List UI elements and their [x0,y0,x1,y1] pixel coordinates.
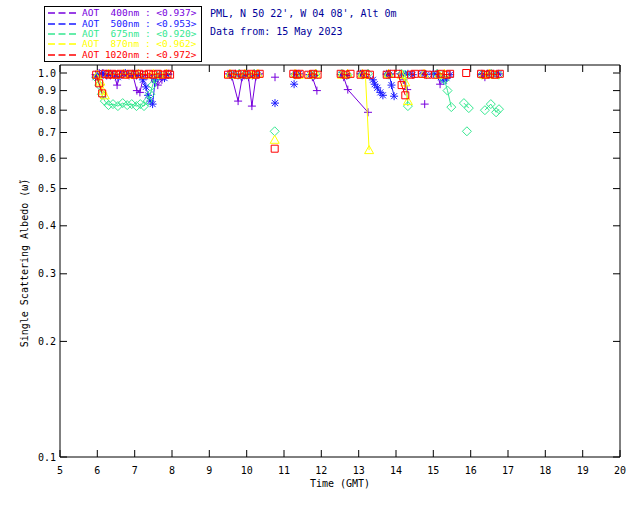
plot-svg: 5678910111213141516171819201.00.90.80.70… [0,0,640,512]
legend-dash-line [48,41,78,47]
plot-area: 5678910111213141516171819201.00.90.80.70… [0,0,640,512]
x-tick-label: 8 [169,465,175,476]
x-tick-label: 14 [390,465,402,476]
legend-dash-line [48,21,78,27]
x-tick-label: 11 [278,465,290,476]
x-tick-label: 13 [353,465,365,476]
y-tick-label: 0.7 [38,127,56,138]
x-tick-label: 9 [206,465,212,476]
x-tick-label: 18 [539,465,551,476]
x-tick-label: 16 [465,465,477,476]
y-tick-label: 0.9 [38,85,56,96]
data-date: Data from: 15 May 2023 [210,23,397,41]
x-tick-label: 12 [315,465,327,476]
y-tick-label: 0.6 [38,153,56,164]
y-tick-label: 1.0 [38,68,56,79]
legend-box: AOT 400nm : <0.937>AOT 500nm : <0.953>AO… [44,6,202,62]
y-tick-label: 0.1 [38,452,56,463]
legend-dash-line [48,10,78,16]
y-tick-label: 0.8 [38,105,56,116]
plot-window: AOT 400nm : <0.937>AOT 500nm : <0.953>AO… [0,0,640,512]
legend-entry-870nm: AOT 870nm : <0.962> [48,39,201,49]
legend-label: AOT 1020nm : <0.972> [82,50,196,60]
plot-header: PML, N 50 22', W 04 08', Alt 0m Data fro… [210,5,397,41]
y-tick-label: 0.3 [38,268,56,279]
station-info: PML, N 50 22', W 04 08', Alt 0m [210,5,397,23]
legend-label: AOT 400nm : <0.937> [82,8,196,18]
x-tick-label: 17 [502,465,514,476]
y-tick-label: 0.5 [38,183,56,194]
legend-label: AOT 870nm : <0.962> [82,39,196,49]
legend-dash-line [48,52,78,58]
legend-dash-line [48,31,78,37]
legend-entry-400nm: AOT 400nm : <0.937> [48,8,201,18]
x-tick-label: 15 [427,465,439,476]
y-tick-label: 0.2 [38,336,56,347]
plot-frame [60,65,620,457]
x-tick-label: 6 [94,465,100,476]
x-tick-label: 10 [241,465,253,476]
x-tick-label: 20 [614,465,626,476]
x-tick-label: 7 [132,465,138,476]
x-tick-label: 5 [57,465,63,476]
x-axis-title: Time (GMT) [310,478,370,489]
axis-ticks [60,65,620,457]
y-tick-label: 0.4 [38,220,56,231]
legend-entry-1020nm: AOT 1020nm : <0.972> [48,50,201,60]
y-axis-title: Single Scattering Albedo (ω̃) [19,179,30,348]
x-tick-label: 19 [577,465,589,476]
